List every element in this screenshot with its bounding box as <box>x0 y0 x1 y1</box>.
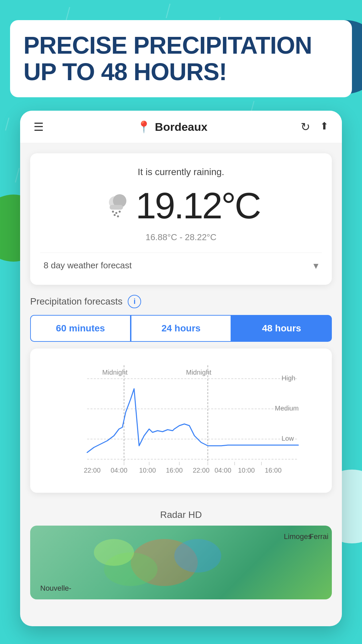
precipitation-chart-svg: Midnight Midnight High Medium Low 22:00 … <box>44 359 325 486</box>
svg-text:22:00: 22:00 <box>193 467 209 474</box>
svg-point-6 <box>114 214 116 216</box>
location-pin-icon: 📍 <box>137 120 151 133</box>
phone-ui-container: ☰ 📍 Bordeaux ↻ ⬆ It is currently raining… <box>20 111 342 626</box>
svg-text:22:00: 22:00 <box>84 467 101 474</box>
svg-point-5 <box>119 211 121 213</box>
temperature-range: 16.88°C - 28.22°C <box>40 232 322 243</box>
svg-text:Medium: Medium <box>275 405 299 412</box>
chevron-down-icon: ▾ <box>313 260 318 271</box>
hero-title: PRECISE PRECIPITATION UP TO 48 HOURS! <box>23 32 339 85</box>
share-icon[interactable]: ⬆ <box>320 120 328 133</box>
svg-text:16:00: 16:00 <box>166 467 183 474</box>
radar-title: Radar HD <box>30 503 332 526</box>
temperature-row: 19.12°C <box>40 184 322 227</box>
forecast-label: 8 day weather forecast <box>44 260 132 271</box>
map-visual: Limoges Ferrai Nouvelle- <box>30 526 332 599</box>
svg-rect-2 <box>110 205 123 210</box>
tab-60-minutes[interactable]: 60 minutes <box>30 315 131 342</box>
tab-48-hours[interactable]: 48 hours <box>231 315 332 342</box>
time-tab-row: 60 minutes 24 hours 48 hours <box>30 315 332 342</box>
location-display: 📍 Bordeaux <box>137 120 207 133</box>
svg-text:04:00: 04:00 <box>215 467 231 474</box>
menu-icon[interactable]: ☰ <box>34 120 44 133</box>
precipitation-chart-card: Midnight Midnight High Medium Low 22:00 … <box>30 348 332 493</box>
weather-card: It is currently raining. 19.12°C 16.88°C… <box>30 153 332 285</box>
nav-actions: ↻ ⬆ <box>301 120 328 133</box>
svg-text:Midnight: Midnight <box>186 369 212 376</box>
temperature-value: 19.12°C <box>136 184 260 227</box>
svg-text:16:00: 16:00 <box>265 467 282 474</box>
svg-point-7 <box>117 215 119 217</box>
svg-text:10:00: 10:00 <box>238 467 255 474</box>
svg-point-36 <box>94 539 134 566</box>
weather-status-text: It is currently raining. <box>40 167 322 177</box>
chart-container: Midnight Midnight High Medium Low 22:00 … <box>44 359 325 486</box>
precipitation-section-header: Precipitation forecasts i <box>20 285 342 315</box>
precipitation-title: Precipitation forecasts <box>30 296 122 307</box>
svg-point-35 <box>174 539 221 573</box>
info-icon[interactable]: i <box>128 295 141 308</box>
tab-24-hours[interactable]: 24 hours <box>131 315 231 342</box>
weather-condition-icon <box>102 192 129 219</box>
hero-banner: PRECISE PRECIPITATION UP TO 48 HOURS! <box>10 20 352 97</box>
svg-text:Low: Low <box>282 435 294 442</box>
svg-text:10:00: 10:00 <box>139 467 156 474</box>
svg-text:04:00: 04:00 <box>111 467 127 474</box>
radar-section: Radar HD Limoges Ferrai Nouvelle- <box>20 503 342 599</box>
refresh-icon[interactable]: ↻ <box>301 120 310 133</box>
radar-map[interactable]: Limoges Ferrai Nouvelle- <box>30 526 332 599</box>
svg-point-4 <box>115 212 117 214</box>
forecast-toggle[interactable]: 8 day weather forecast ▾ <box>40 253 322 271</box>
map-radar-overlay <box>30 526 332 599</box>
location-name: Bordeaux <box>155 120 207 133</box>
svg-text:Midnight: Midnight <box>102 369 128 376</box>
svg-text:High: High <box>282 374 295 382</box>
top-navigation: ☰ 📍 Bordeaux ↻ ⬆ <box>20 111 342 143</box>
svg-point-3 <box>112 211 114 213</box>
